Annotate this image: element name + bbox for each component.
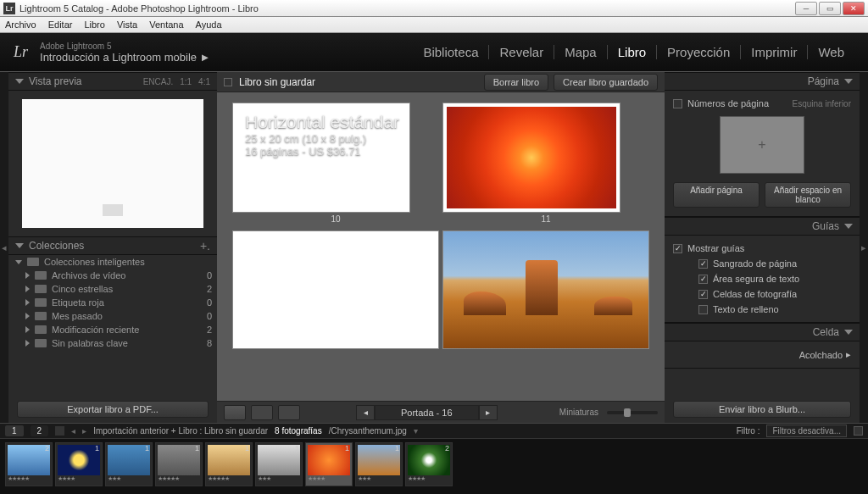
collection-item[interactable]: Sin palabras clave8: [8, 336, 217, 350]
book-page-11[interactable]: [442, 103, 620, 213]
thumb-image: [208, 445, 250, 475]
collection-item[interactable]: Cinco estrellas2: [8, 282, 217, 296]
page-indicator[interactable]: Portada - 16: [375, 405, 479, 420]
page-next-button[interactable]: ▸: [479, 405, 498, 420]
maximize-button[interactable]: ▭: [819, 2, 841, 15]
collection-item[interactable]: Archivos de vídeo0: [8, 269, 217, 282]
page-numbers-position[interactable]: Esquina inferior: [793, 99, 851, 108]
collections-title: Colecciones: [29, 240, 84, 252]
smart-collections-group[interactable]: Colecciones inteligentes: [8, 255, 217, 269]
collection-item[interactable]: Mes pasado0: [8, 309, 217, 323]
screen-tab-2[interactable]: 2: [31, 425, 49, 436]
preview-thumbnail[interactable]: [22, 99, 203, 228]
menu-editar[interactable]: Editar: [48, 19, 73, 30]
filmstrip-thumb[interactable]: 1★★★★★: [155, 442, 203, 486]
book-canvas[interactable]: Horizontal estándar 25 x 20 cm (10 x 8 p…: [217, 92, 665, 401]
grid-icon[interactable]: [55, 426, 64, 436]
zoom-4-1[interactable]: 4:1: [198, 77, 210, 86]
thumb-badge: 1: [245, 444, 249, 452]
product-label: Adobe Lightroom 5: [40, 42, 413, 51]
filmstrip-thumb[interactable]: 1★★★: [355, 442, 403, 486]
guide-checkbox[interactable]: ✓: [698, 259, 708, 269]
book-page-12[interactable]: [232, 230, 439, 349]
module-mapa[interactable]: Mapa: [554, 45, 608, 59]
filmstrip-thumbnails: 2★★★★★1★★★★1★★★1★★★★★1★★★★★1★★★1★★★★1★★★…: [0, 439, 868, 490]
padding-label[interactable]: Acolchado: [799, 350, 843, 360]
collection-item[interactable]: Etiqueta roja0: [8, 296, 217, 309]
collections-panel-header[interactable]: Colecciones +.: [8, 236, 217, 255]
filmstrip-thumb[interactable]: 1★★★★: [305, 442, 353, 486]
guide-checkbox[interactable]: ✓: [698, 275, 708, 284]
guide-label: Celdas de fotografía: [713, 289, 797, 299]
filmstrip-thumb[interactable]: 1★★★: [105, 442, 153, 486]
page-numbers-checkbox[interactable]: [673, 99, 682, 108]
filmstrip-thumb[interactable]: 1★★★★: [55, 442, 103, 486]
menu-libro[interactable]: Libro: [84, 19, 104, 30]
thumb-badge: 1: [295, 444, 299, 452]
filmstrip-thumb[interactable]: 2★★★★: [405, 442, 453, 486]
add-page-button[interactable]: Añadir página: [673, 182, 760, 208]
filmstrip-thumb[interactable]: 2★★★★★: [5, 442, 53, 486]
left-panel-toggle[interactable]: ◂: [0, 72, 8, 423]
collection-name: Etiqueta roja: [52, 297, 104, 308]
thumb-image: [258, 445, 300, 475]
module-imprimir[interactable]: Imprimir: [741, 45, 808, 59]
menu-ventana[interactable]: Ventana: [149, 19, 183, 30]
chevron-down-icon: [844, 79, 853, 84]
filmstrip-thumb[interactable]: 1★★★★★: [205, 442, 253, 486]
mobile-intro-link[interactable]: Introducción a Lightroom mobile ►: [40, 51, 413, 64]
celda-panel-header[interactable]: Celda: [665, 323, 860, 341]
show-guides-checkbox[interactable]: ✓: [673, 244, 682, 253]
create-saved-book-button[interactable]: Crear libro guardado: [554, 74, 658, 91]
minimize-button[interactable]: ─: [795, 2, 817, 15]
menu-vista[interactable]: Vista: [117, 19, 137, 30]
guide-checkbox[interactable]: [698, 305, 708, 314]
page-prev-button[interactable]: ◂: [356, 405, 375, 420]
zoom-1-1[interactable]: 1:1: [180, 77, 192, 86]
collection-count: 0: [207, 297, 212, 308]
page-template-swatch[interactable]: +: [720, 116, 804, 174]
thumb-rating: ★★★★: [58, 475, 100, 482]
guias-panel-header[interactable]: Guías: [665, 217, 860, 236]
thumbnail-size-slider[interactable]: [607, 411, 658, 414]
filmstrip-thumb[interactable]: 1★★★: [255, 442, 303, 486]
nav-prev-icon[interactable]: ◂: [71, 426, 75, 436]
module-libro[interactable]: Libro: [608, 45, 657, 59]
menu-archivo[interactable]: Archivo: [5, 19, 36, 30]
menu-ayuda[interactable]: Ayuda: [196, 19, 222, 30]
add-blank-button[interactable]: Añadir espacio en blanco: [765, 182, 851, 208]
view-grid-button[interactable]: [224, 405, 246, 420]
thumb-rating: ★★★★★: [208, 475, 250, 482]
guide-checkbox[interactable]: ✓: [698, 290, 708, 299]
book-page-13[interactable]: !: [442, 230, 649, 349]
view-spread-button[interactable]: [251, 405, 273, 420]
chevron-down-icon: [15, 243, 24, 248]
window-titlebar: Lr Lightroom 5 Catalog - Adobe Photoshop…: [0, 0, 868, 17]
module-proyeccion[interactable]: Proyección: [657, 45, 741, 59]
zoom-fit[interactable]: ENCAJ.: [143, 77, 174, 86]
filmstrip-path[interactable]: Importación anterior + Libro : Libro sin…: [93, 426, 268, 436]
filter-dropdown[interactable]: Filtros desactiva...: [766, 425, 847, 437]
clear-book-button[interactable]: Borrar libro: [484, 74, 548, 91]
layout-price: 16 páginas - US $36.71: [245, 145, 399, 158]
right-panel-toggle[interactable]: ▸: [860, 72, 868, 423]
export-pdf-button[interactable]: Exportar libro a PDF...: [17, 401, 209, 418]
screen-tab-1[interactable]: 1: [5, 425, 24, 436]
collection-name: Mes pasado: [52, 311, 103, 321]
thumb-rating: ★★★: [358, 475, 400, 482]
pagina-panel-header[interactable]: Página: [665, 72, 860, 91]
module-biblioteca[interactable]: Biblioteca: [413, 45, 489, 59]
module-revelar[interactable]: Revelar: [489, 45, 554, 59]
module-web[interactable]: Web: [808, 45, 854, 59]
current-file: /Chrysanthemum.jpg: [329, 426, 407, 436]
nav-next-icon[interactable]: ▸: [82, 426, 86, 436]
view-single-button[interactable]: [278, 405, 300, 420]
close-button[interactable]: ✕: [843, 2, 865, 15]
preview-panel-header[interactable]: Vista previa ENCAJ. 1:1 4:1: [8, 72, 217, 91]
book-page-10[interactable]: Horizontal estándar 25 x 20 cm (10 x 8 p…: [232, 103, 410, 213]
send-to-blurb-button[interactable]: Enviar libro a Blurb...: [673, 401, 851, 418]
filter-lock-icon[interactable]: [854, 426, 863, 436]
photo-count: 8 fotografías: [275, 426, 322, 436]
add-collection-button[interactable]: +.: [200, 239, 210, 253]
collection-item[interactable]: Modificación reciente2: [8, 323, 217, 336]
